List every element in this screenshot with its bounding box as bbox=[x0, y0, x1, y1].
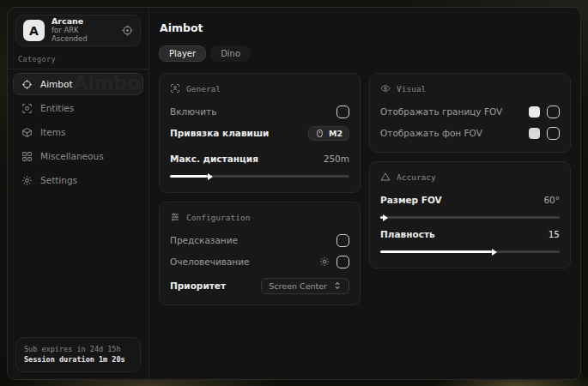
crosshair-icon bbox=[21, 79, 33, 90]
sidebar-item-aimbot[interactable]: Aimbot Aimbot bbox=[13, 73, 143, 95]
fov-bg-checkbox[interactable] bbox=[547, 127, 560, 140]
sub-expires-text: Sub expires in 24d 15h bbox=[24, 344, 132, 355]
keybind-button[interactable]: M2 bbox=[308, 126, 349, 141]
sidebar-item-items[interactable]: Items bbox=[13, 121, 143, 143]
eye-icon bbox=[380, 83, 391, 93]
card-title: Accuracy bbox=[397, 172, 436, 182]
app-subtitle: for ARK Ascended bbox=[52, 27, 115, 44]
keybind-value: M2 bbox=[329, 129, 342, 138]
smoothness-value: 15 bbox=[549, 229, 560, 239]
max-distance-slider[interactable] bbox=[170, 175, 349, 178]
fov-size-label: Размер FOV bbox=[380, 195, 442, 205]
enable-checkbox[interactable] bbox=[336, 106, 349, 118]
prediction-checkbox[interactable] bbox=[336, 234, 349, 247]
sidebar-ghost-watermark: Aimbot bbox=[73, 73, 143, 93]
page-title: Aimbot bbox=[160, 21, 571, 34]
sliders-icon bbox=[170, 212, 180, 222]
sidebar-item-entities[interactable]: Entities bbox=[13, 97, 143, 119]
humanize-checkbox[interactable] bbox=[336, 256, 349, 268]
category-label: Category bbox=[8, 46, 149, 69]
humanize-label: Очеловечивание bbox=[170, 256, 250, 267]
keybind-label: Привязка клавиши bbox=[170, 128, 269, 138]
sidebar-item-label: Aimbot bbox=[40, 79, 73, 89]
tab-player[interactable]: Player bbox=[159, 45, 206, 62]
box-icon bbox=[21, 127, 33, 138]
grid-icon bbox=[21, 151, 33, 162]
sidebar-item-label: Settings bbox=[40, 175, 77, 185]
fov-size-value: 60° bbox=[543, 195, 560, 205]
fov-border-checkbox[interactable] bbox=[547, 106, 560, 118]
fov-border-label: Отображать границу FOV bbox=[380, 106, 502, 117]
target-icon[interactable] bbox=[122, 25, 133, 36]
scan-person-icon bbox=[21, 103, 33, 114]
enable-label: Включить bbox=[170, 106, 216, 117]
fov-bg-label: Отображать фон FOV bbox=[380, 128, 482, 138]
fov-size-slider[interactable] bbox=[380, 216, 560, 219]
max-distance-label: Макс. дистанция bbox=[170, 154, 258, 164]
sidebar-item-label: Miscellaneous bbox=[40, 151, 104, 161]
configuration-card: Configuration Предсказание Очеловечивани… bbox=[159, 202, 361, 305]
card-title: General bbox=[186, 84, 221, 93]
sidebar: A Arcane for ARK Ascended Category bbox=[8, 8, 149, 379]
triangle-icon bbox=[380, 172, 391, 182]
priority-dropdown[interactable]: Screen Center bbox=[261, 278, 349, 294]
general-card: General Включить Привязка клавиши bbox=[159, 73, 361, 193]
priority-label: Приоритет bbox=[170, 280, 226, 291]
scan-face-icon bbox=[170, 83, 180, 93]
sidebar-nav: Aimbot Aimbot Entities bbox=[8, 69, 149, 195]
gear-icon bbox=[21, 175, 33, 186]
slider-fill bbox=[170, 175, 208, 178]
prediction-label: Предсказание bbox=[170, 235, 238, 245]
sidebar-item-label: Entities bbox=[40, 103, 74, 113]
humanize-settings-gear-icon[interactable] bbox=[319, 256, 330, 267]
sidebar-item-label: Items bbox=[40, 127, 65, 137]
slider-fill bbox=[380, 216, 383, 219]
mouse-icon bbox=[315, 129, 324, 138]
fov-border-color-swatch[interactable] bbox=[529, 106, 540, 118]
main-panel: Aimbot Player Dino bbox=[149, 8, 580, 379]
fov-bg-color-swatch[interactable] bbox=[529, 128, 540, 139]
accuracy-card: Accuracy Размер FOV 60° Плавность 15 bbox=[369, 161, 571, 268]
sidebar-item-settings[interactable]: Settings bbox=[13, 169, 143, 191]
max-distance-value: 250m bbox=[324, 154, 349, 164]
sidebar-item-miscellaneous[interactable]: Miscellaneous bbox=[13, 145, 143, 167]
tab-bar: Player Dino bbox=[159, 45, 571, 62]
chevron-up-down-icon bbox=[333, 281, 342, 290]
cheat-menu-window: A Arcane for ARK Ascended Category bbox=[7, 7, 581, 380]
slider-fill bbox=[380, 250, 492, 253]
visual-card: Visual Отображать границу FOV Отображать… bbox=[369, 73, 571, 153]
subscription-info-card: Sub expires in 24d 15h Session duration … bbox=[15, 337, 141, 373]
priority-value: Screen Center bbox=[269, 281, 327, 291]
session-duration-text: Session duration 1m 20s bbox=[24, 354, 132, 365]
smoothness-label: Плавность bbox=[380, 229, 435, 239]
card-title: Visual bbox=[397, 84, 426, 93]
card-title: Configuration bbox=[186, 213, 250, 222]
app-logo: A bbox=[23, 20, 45, 41]
logo-card: A Arcane for ARK Ascended bbox=[15, 15, 141, 46]
smoothness-slider[interactable] bbox=[380, 250, 560, 253]
tab-dino[interactable]: Dino bbox=[210, 45, 251, 62]
